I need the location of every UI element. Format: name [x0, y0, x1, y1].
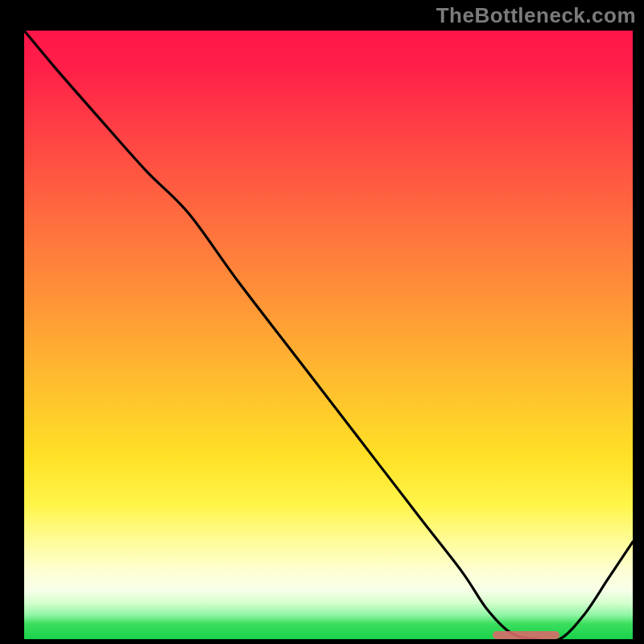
watermark-text: TheBottleneck.com — [436, 3, 636, 28]
chart-stage: TheBottleneck.com — [0, 0, 644, 644]
plot-area — [24, 31, 633, 639]
bottleneck-curve-path — [24, 31, 633, 639]
optimal-range-marker — [493, 631, 559, 639]
curve-svg — [24, 31, 633, 639]
